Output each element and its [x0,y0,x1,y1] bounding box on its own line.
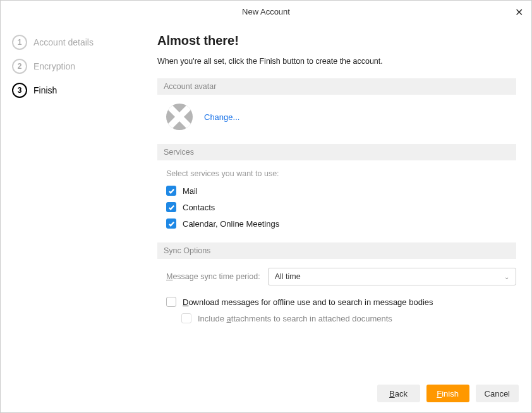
cancel-button[interactable]: Cancel [476,385,519,402]
services-block: Select services you want to use: Mail Co… [157,169,516,229]
chevron-down-icon: ⌄ [504,273,509,280]
checkbox-contacts[interactable] [166,202,176,212]
dialog-title: New Account [242,7,290,16]
step-account-details: 1 Account details [12,35,142,50]
checkbox-mail[interactable] [166,186,176,196]
section-header-services: Services [157,144,516,160]
finish-button[interactable]: Finish [426,385,469,402]
new-account-dialog: New Account ✕ 1 Account details 2 Encryp… [0,0,532,413]
sync-period-row: Message sync time period: All time ⌄ [157,268,516,285]
step-label: Encryption [33,61,75,71]
checkbox-label: Download messages for offline use and to… [183,297,433,307]
page-heading: Almost there! [157,33,516,48]
close-icon: ✕ [515,6,523,18]
checkbox-calendar[interactable] [166,218,176,229]
back-button[interactable]: Back [377,385,420,402]
dialog-body: 1 Account details 2 Encryption 3 Finish … [1,23,531,377]
checkbox-label: Mail [183,186,198,196]
sync-period-label: Message sync time period: [166,272,260,281]
wizard-content: Almost there! When you're all set, click… [152,23,531,377]
select-value: All time [275,272,301,281]
check-icon [168,188,175,195]
step-finish: 3 Finish [12,83,142,98]
page-subheading: When you're all set, click the Finish bu… [157,57,516,66]
service-calendar-row[interactable]: Calendar, Online Meetings [157,218,516,229]
step-encryption: 2 Encryption [12,59,142,74]
sync-block: Message sync time period: All time ⌄ Dow… [157,268,516,323]
include-attachments-row: Include attachments to search in attache… [157,313,516,323]
check-icon [168,220,175,227]
title-bar: New Account ✕ [1,1,531,23]
download-offline-row[interactable]: Download messages for offline use and to… [157,297,516,307]
service-mail-row[interactable]: Mail [157,186,516,196]
close-button[interactable]: ✕ [511,4,526,20]
checkbox-download-offline[interactable] [166,297,176,307]
wizard-steps-sidebar: 1 Account details 2 Encryption 3 Finish [1,23,152,377]
step-label: Account details [33,37,94,47]
avatar-placeholder-icon [166,104,193,130]
checkbox-label: Calendar, Online Meetings [183,219,279,229]
checkbox-label: Include attachments to search in attache… [198,314,392,323]
change-avatar-link[interactable]: Change... [204,112,239,122]
step-number: 3 [12,83,27,98]
services-hint: Select services you want to use: [157,169,516,178]
dialog-footer: Back Finish Cancel [1,377,531,412]
checkbox-label: Contacts [183,203,215,212]
section-header-avatar: Account avatar [157,78,516,95]
step-number: 1 [12,35,27,50]
step-label: Finish [33,85,57,95]
check-icon [168,204,175,211]
service-contacts-row[interactable]: Contacts [157,202,516,212]
checkbox-include-attachments [181,313,191,323]
sync-period-select[interactable]: All time ⌄ [268,268,516,285]
step-number: 2 [12,59,27,74]
section-header-sync: Sync Options [157,242,516,259]
avatar-row: Change... [157,104,516,130]
